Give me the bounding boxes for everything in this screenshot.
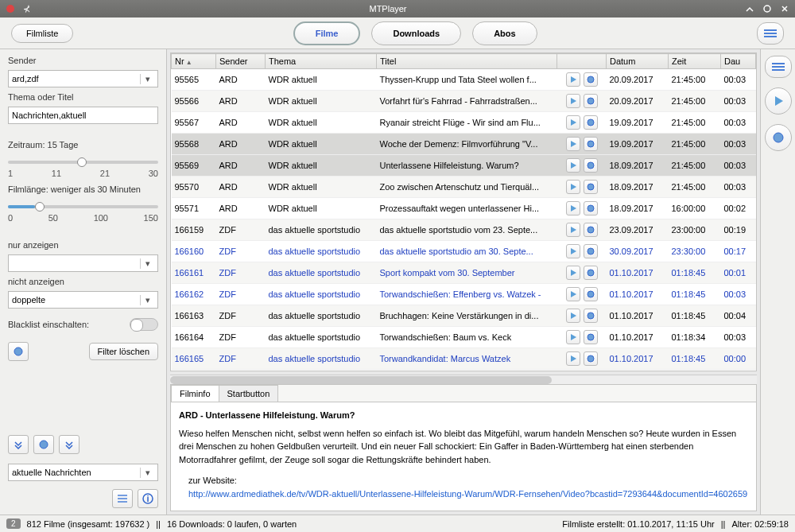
website-link[interactable]: http://www.ardmediathek.de/tv/WDR-aktuel… (188, 487, 748, 501)
svg-point-16 (588, 291, 594, 297)
table-row[interactable]: 166159ZDFdas aktuelle sportstudiodas akt… (172, 219, 756, 241)
globe-icon[interactable] (584, 158, 598, 173)
play-icon[interactable] (566, 137, 580, 151)
globe-icon[interactable] (584, 309, 598, 323)
col-dauer[interactable]: Dau (721, 54, 756, 69)
col-sender[interactable]: Sender (216, 54, 266, 69)
close-icon[interactable] (779, 3, 790, 14)
globe-icon[interactable] (584, 94, 598, 108)
info-icon[interactable]: i (138, 489, 158, 508)
minimize-icon[interactable] (744, 3, 755, 14)
status-badge: 2 (6, 518, 21, 529)
table-row[interactable]: 166165ZDFdas aktuelle sportstudioTorwand… (172, 348, 756, 370)
blacklist-toggle[interactable] (130, 318, 158, 331)
play-icon[interactable] (566, 351, 580, 366)
svg-point-2 (14, 348, 22, 355)
table-row[interactable]: 166166ZDFdas aktuelle sportstudioPhilipp… (172, 370, 756, 372)
play-icon[interactable] (566, 309, 580, 323)
content-area: Nr Sender Thema Titel Datum Zeit Dau 955… (167, 49, 760, 515)
profile-combo[interactable]: aktuelle Nachrichten ▾ (8, 464, 158, 481)
svg-point-14 (588, 248, 594, 254)
filme-tab[interactable]: Filme (293, 21, 361, 45)
website-label: zur Website: (188, 474, 748, 487)
chevron-down-icon[interactable]: ▾ (140, 74, 154, 84)
tab-filminfo[interactable]: Filminfo (171, 385, 219, 402)
globe-icon[interactable] (584, 223, 598, 237)
col-zeit[interactable]: Zeit (669, 54, 721, 69)
record-button[interactable] (765, 124, 792, 151)
globe-icon[interactable] (584, 287, 598, 301)
table-row[interactable]: 95570ARDWDR aktuellZoo zwischen Artensch… (172, 177, 756, 198)
nicht-anzeigen-combo[interactable]: doppelte ▾ (8, 291, 158, 309)
col-titel[interactable]: Titel (377, 54, 557, 69)
abos-tab[interactable]: Abos (472, 21, 537, 45)
col-datum[interactable]: Datum (607, 54, 669, 69)
horizontal-scrollbar[interactable] (170, 375, 757, 384)
play-icon[interactable] (566, 287, 580, 301)
downloads-tab[interactable]: Downloads (371, 21, 461, 45)
zeitraum-slider[interactable] (8, 161, 158, 164)
list-icon[interactable] (112, 489, 133, 508)
play-icon[interactable] (566, 72, 580, 87)
table-row[interactable]: 95565ARDWDR aktuellThyssen-Krupp und Tat… (172, 69, 756, 91)
table-row[interactable]: 166163ZDFdas aktuelle sportstudioBruchha… (172, 305, 756, 327)
globe-icon[interactable] (584, 244, 598, 258)
svg-text:i: i (146, 494, 149, 503)
col-actions[interactable] (557, 54, 607, 69)
toolbar: Filmliste Filme Downloads Abos (0, 17, 795, 49)
globe-icon[interactable] (584, 330, 598, 344)
list-view-button[interactable] (765, 56, 792, 78)
play-icon[interactable] (566, 266, 580, 280)
menu-button[interactable] (757, 22, 784, 45)
maximize-icon[interactable] (762, 3, 773, 14)
chevron-down-icon[interactable]: ▾ (140, 258, 154, 269)
play-icon[interactable] (566, 223, 580, 237)
table-row[interactable]: 95566ARDWDR aktuellVorfahrt für's Fahrra… (172, 91, 756, 112)
globe-icon[interactable] (584, 115, 598, 130)
play-icon[interactable] (566, 180, 580, 194)
globe-icon[interactable] (584, 180, 598, 194)
filmlaenge-slider[interactable] (8, 205, 158, 208)
col-thema[interactable]: Thema (266, 54, 377, 69)
down-double-icon[interactable] (8, 435, 29, 454)
play-big-button[interactable] (765, 87, 792, 115)
filmliste-button[interactable]: Filmliste (11, 24, 73, 43)
play-icon[interactable] (566, 330, 580, 344)
table-row[interactable]: 166161ZDFdas aktuelle sportstudioSport k… (172, 262, 756, 284)
table-row[interactable]: 166164ZDFdas aktuelle sportstudioTorwand… (172, 327, 756, 348)
filter-loeschen-button[interactable]: Filter löschen (89, 343, 158, 360)
chevron-down-icon[interactable]: ▾ (140, 468, 154, 478)
table-row[interactable]: 166162ZDFdas aktuelle sportstudioTorwand… (172, 284, 756, 305)
nur-anzeigen-combo[interactable]: ▾ (8, 254, 158, 272)
film-table-wrap[interactable]: Nr Sender Thema Titel Datum Zeit Dau 955… (170, 52, 757, 371)
sender-combo[interactable]: ard,zdf ▾ (8, 70, 158, 87)
table-row[interactable]: 166160ZDFdas aktuelle sportstudiodas akt… (172, 241, 756, 262)
svg-point-10 (588, 162, 594, 169)
table-row[interactable]: 95569ARDWDR aktuellUnterlassene Hilfelei… (172, 155, 756, 177)
play-icon[interactable] (566, 201, 580, 216)
down-double-icon-2[interactable] (59, 435, 80, 454)
globe-icon-2[interactable] (33, 435, 54, 454)
globe-icon[interactable] (584, 266, 598, 280)
thema-input[interactable] (8, 107, 158, 124)
play-icon[interactable] (566, 158, 580, 173)
globe-button[interactable] (8, 342, 29, 361)
tab-startbutton[interactable]: Startbutton (219, 385, 279, 402)
table-row[interactable]: 95567ARDWDR aktuellRyanair streicht Flüg… (172, 112, 756, 134)
globe-icon[interactable] (584, 351, 598, 366)
play-icon[interactable] (566, 115, 580, 130)
pin-icon[interactable]: ⊀ (21, 3, 32, 14)
globe-icon[interactable] (584, 137, 598, 151)
svg-point-21 (774, 133, 783, 142)
sender-label: Sender (8, 56, 158, 65)
globe-icon[interactable] (584, 72, 598, 87)
table-row[interactable]: 95571ARDWDR aktuellProzessauftakt wegen … (172, 198, 756, 219)
chevron-down-icon[interactable]: ▾ (140, 295, 154, 305)
status-age: Alter: 02:59:18 (731, 519, 789, 529)
info-body-text: Wieso helfen Menschen nicht, selbst wenn… (179, 427, 748, 467)
play-icon[interactable] (566, 244, 580, 258)
col-nr[interactable]: Nr (172, 54, 216, 69)
globe-icon[interactable] (584, 201, 598, 216)
table-row[interactable]: 95568ARDWDR aktuellWoche der Demenz: Fil… (172, 134, 756, 155)
play-icon[interactable] (566, 94, 580, 108)
